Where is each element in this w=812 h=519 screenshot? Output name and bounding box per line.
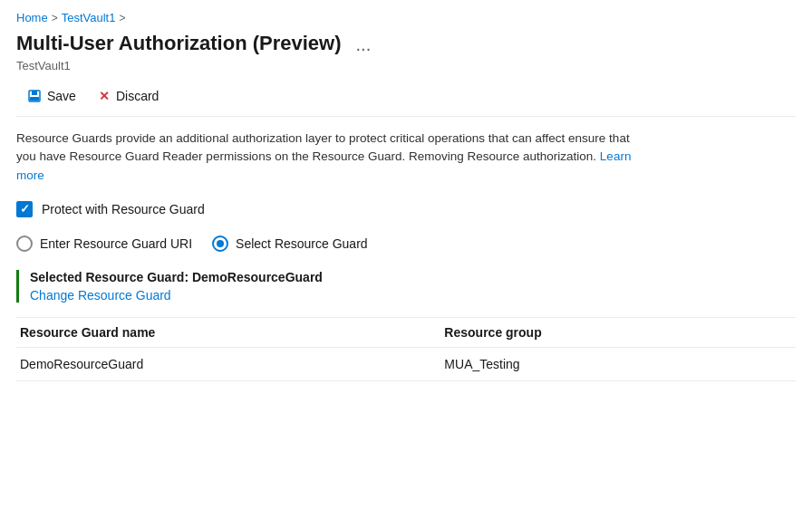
page-title: Multi-User Authorization (Preview)	[16, 32, 342, 55]
breadcrumb-vault[interactable]: TestVault1	[62, 11, 116, 24]
breadcrumb: Home > TestVault1 >	[16, 11, 796, 24]
radio-option-uri[interactable]: Enter Resource Guard URI	[16, 235, 192, 252]
discard-button[interactable]: ✕ Discard	[87, 83, 169, 109]
more-options-icon[interactable]: ...	[356, 34, 372, 55]
page-subtitle: TestVault1	[16, 59, 796, 72]
radio-select-inner	[217, 240, 224, 247]
radio-select-outer[interactable]	[212, 235, 228, 252]
table-header-name: Resource Guard name	[16, 325, 440, 340]
radio-select-label: Select Resource Guard	[236, 236, 368, 251]
breadcrumb-home[interactable]: Home	[16, 11, 48, 24]
save-icon	[27, 89, 42, 103]
selected-guard-title: Selected Resource Guard: DemoResourceGua…	[30, 270, 796, 284]
protect-checkbox[interactable]: ✓	[16, 201, 33, 217]
svg-rect-2	[30, 97, 39, 101]
table-header-group: Resource group	[440, 325, 796, 340]
radio-uri-label: Enter Resource Guard URI	[40, 236, 192, 251]
breadcrumb-sep-1: >	[52, 12, 58, 24]
resource-guard-table: Resource Guard name Resource group DemoR…	[16, 317, 796, 381]
table-cell-group: MUA_Testing	[440, 357, 796, 371]
change-resource-guard-link[interactable]: Change Resource Guard	[30, 288, 171, 303]
selected-guard-name: DemoResourceGuard	[192, 270, 323, 284]
toolbar-divider	[16, 116, 796, 117]
table-cell-name: DemoResourceGuard	[16, 357, 440, 371]
table-row: DemoResourceGuard MUA_Testing	[16, 348, 796, 381]
radio-uri-outer[interactable]	[16, 235, 33, 252]
discard-label: Discard	[116, 89, 159, 103]
breadcrumb-sep-2: >	[119, 12, 125, 24]
description-text: Resource Guards provide an additional au…	[16, 130, 651, 185]
svg-rect-1	[32, 91, 37, 95]
protect-checkbox-label: Protect with Resource Guard	[42, 202, 205, 216]
selected-guard-section: Selected Resource Guard: DemoResourceGua…	[16, 270, 796, 303]
radio-option-select[interactable]: Select Resource Guard	[212, 235, 368, 252]
radio-options-row: Enter Resource Guard URI Select Resource…	[16, 235, 796, 252]
table-header-row: Resource Guard name Resource group	[16, 318, 796, 348]
save-label: Save	[47, 89, 76, 103]
toolbar: Save ✕ Discard	[16, 83, 796, 109]
protect-checkbox-row[interactable]: ✓ Protect with Resource Guard	[16, 201, 796, 217]
save-button[interactable]: Save	[16, 83, 87, 109]
discard-icon: ✕	[98, 90, 111, 102]
check-mark-icon: ✓	[20, 203, 30, 215]
